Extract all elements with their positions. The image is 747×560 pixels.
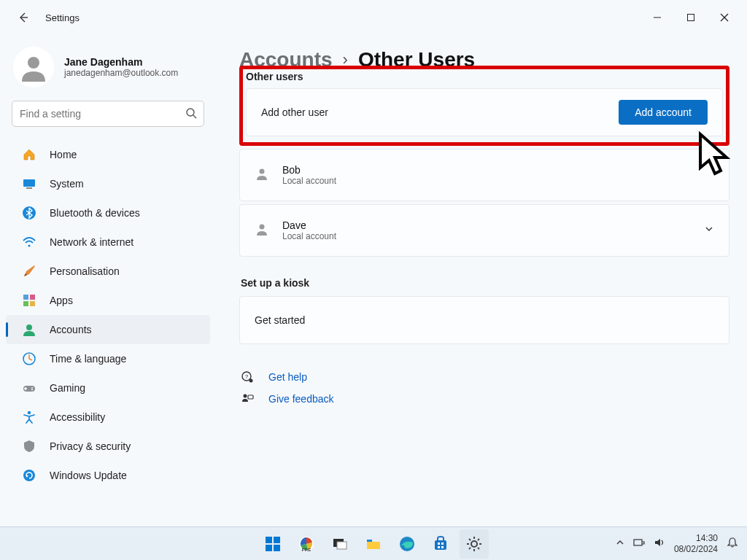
svg-line-50 [469, 539, 471, 540]
nav-windows-update[interactable]: Windows Update [6, 461, 210, 490]
profile-name: Jane Dagenham [64, 56, 178, 68]
svg-rect-15 [30, 301, 35, 306]
svg-point-5 [28, 57, 39, 69]
svg-point-16 [26, 324, 32, 330]
main-pane: Accounts › Other Users Other users Add o… [216, 35, 747, 526]
nav-system[interactable]: System [6, 169, 210, 198]
svg-rect-54 [634, 540, 642, 545]
svg-rect-32 [266, 545, 272, 551]
profile-block[interactable]: Jane Dagenham janedagenham@outlook.com [0, 42, 216, 101]
system-icon [22, 176, 36, 191]
svg-text:?: ? [245, 373, 249, 380]
taskbar-app-1[interactable]: PRE [292, 529, 321, 559]
svg-point-24 [260, 225, 265, 230]
nav-label: System [50, 178, 84, 190]
shield-icon [22, 439, 36, 454]
svg-text:PRE: PRE [302, 548, 311, 552]
tray-network-icon[interactable] [633, 537, 645, 551]
svg-rect-37 [337, 542, 347, 549]
person-icon [255, 222, 269, 239]
kiosk-heading: Set up a kiosk [241, 277, 729, 289]
nav-accessibility[interactable]: Accessibility [6, 402, 210, 432]
back-button[interactable] [12, 6, 35, 29]
kiosk-get-started-label: Get started [255, 314, 305, 326]
bluetooth-icon [22, 206, 36, 220]
brush-icon [22, 264, 36, 279]
nav-privacy[interactable]: Privacy & security [6, 432, 210, 461]
nav-home[interactable]: Home [6, 140, 210, 169]
nav-apps[interactable]: Apps [6, 286, 210, 315]
add-other-user-card: Add other user Add account [246, 88, 723, 136]
svg-point-20 [31, 389, 33, 391]
maximize-button[interactable] [674, 6, 708, 29]
minimize-button[interactable] [640, 6, 674, 29]
add-account-button[interactable]: Add account [619, 100, 708, 125]
nav-label: Home [50, 149, 77, 160]
svg-rect-2 [688, 15, 694, 21]
close-button[interactable] [708, 6, 741, 29]
tray-notifications-icon[interactable] [727, 537, 738, 551]
kiosk-card[interactable]: Get started [239, 296, 729, 344]
window-controls [640, 6, 741, 29]
apps-icon [22, 293, 36, 308]
store-icon [432, 535, 449, 553]
svg-rect-31 [274, 537, 280, 543]
app-title: Settings [45, 12, 80, 23]
search-input[interactable] [12, 101, 204, 127]
close-icon [720, 13, 729, 22]
feedback-icon [241, 392, 255, 405]
tray-time: 14:30 [674, 533, 718, 543]
svg-line-7 [193, 115, 196, 118]
nav-label: Personalisation [50, 265, 120, 277]
chevron-down-icon[interactable] [704, 224, 714, 237]
titlebar: Settings [0, 0, 747, 35]
get-help-link[interactable]: Get help [268, 371, 307, 383]
minimize-icon [653, 13, 662, 22]
tray-volume-icon[interactable] [654, 537, 665, 551]
svg-point-45 [471, 541, 477, 547]
edge-icon [398, 535, 416, 553]
nav-label: Privacy & security [50, 440, 131, 452]
other-users-heading: Other users [246, 71, 303, 82]
windows-icon [264, 535, 282, 553]
taskbar-taskview[interactable] [325, 529, 355, 559]
give-feedback-link[interactable]: Give feedback [268, 393, 334, 405]
nav-personalisation[interactable]: Personalisation [6, 257, 210, 286]
user-subtitle: Local account [282, 176, 336, 186]
nav-gaming[interactable]: Gaming [6, 373, 210, 402]
tray-clock[interactable]: 14:30 08/02/2024 [674, 533, 718, 554]
taskbar-edge[interactable] [392, 529, 422, 559]
sidebar: Jane Dagenham janedagenham@outlook.com H… [0, 35, 216, 526]
nav-network[interactable]: Network & internet [6, 228, 210, 257]
folder-icon [365, 535, 382, 553]
nav-bluetooth[interactable]: Bluetooth & devices [6, 198, 210, 228]
home-icon [22, 147, 36, 162]
tray-overflow-icon[interactable] [616, 538, 624, 549]
user-card-bob[interactable]: Bob Local account [239, 149, 729, 201]
svg-rect-42 [441, 542, 444, 545]
nav-label: Apps [50, 295, 73, 306]
person-icon [255, 166, 269, 184]
taskbar-settings[interactable] [460, 529, 489, 559]
nav-label: Network & internet [50, 236, 133, 248]
taskbar-store[interactable] [426, 529, 455, 559]
help-icon: ? [241, 370, 255, 384]
taskbar-explorer[interactable] [359, 529, 388, 559]
svg-rect-40 [435, 540, 446, 550]
user-card-dave[interactable]: Dave Local account [239, 204, 729, 257]
add-other-user-label: Add other user [261, 106, 328, 118]
svg-point-21 [28, 411, 31, 414]
search-icon [185, 107, 197, 122]
start-button[interactable] [258, 529, 287, 559]
gamepad-icon [22, 381, 36, 395]
update-icon [22, 468, 36, 483]
nav-accounts[interactable]: Accounts [6, 315, 210, 344]
nav-label: Bluetooth & devices [50, 207, 140, 219]
nav-time-language[interactable]: Time & language [6, 344, 210, 373]
svg-rect-44 [441, 546, 444, 548]
svg-point-23 [260, 169, 265, 174]
svg-rect-33 [274, 545, 280, 551]
system-tray: 14:30 08/02/2024 [616, 533, 747, 554]
app-icon: PRE [298, 535, 315, 553]
nav-label: Gaming [50, 382, 85, 394]
